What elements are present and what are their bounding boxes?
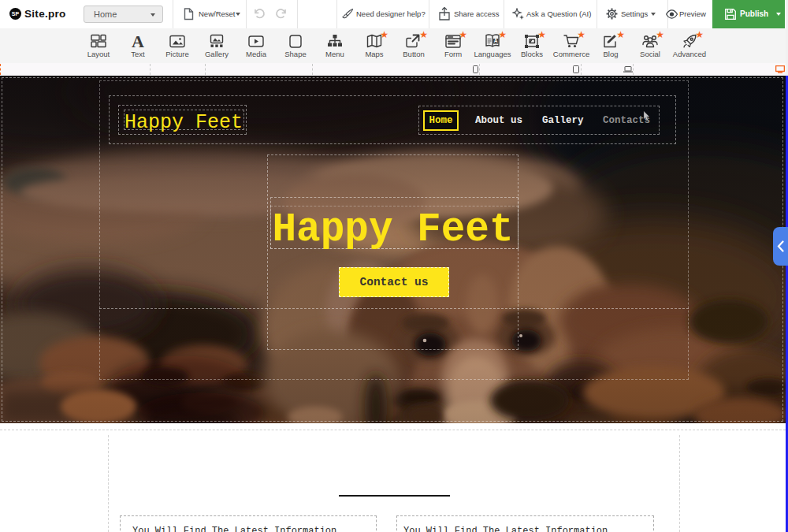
- svg-text:A: A: [132, 34, 144, 49]
- svg-text:A: A: [494, 38, 498, 43]
